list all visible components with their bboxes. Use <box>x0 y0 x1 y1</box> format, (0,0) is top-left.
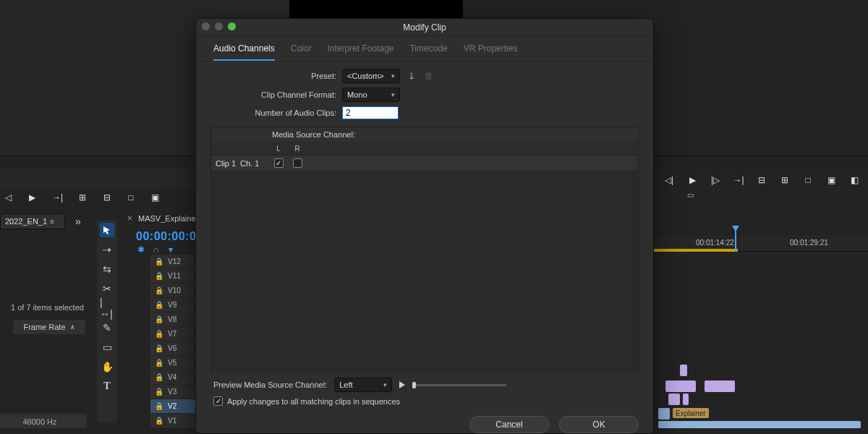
track-header-v12[interactable]: 🔒V12 <box>150 255 195 269</box>
slip-tool[interactable]: |↔| <box>100 301 114 315</box>
project-tab-label: 2022_EN_1 <box>5 217 47 226</box>
window-maximize-icon[interactable] <box>228 22 236 30</box>
track-header-v7[interactable]: 🔒V7 <box>150 327 195 341</box>
channel-l-checkbox[interactable] <box>274 158 284 168</box>
track-header-v3[interactable]: 🔒V3 <box>150 385 195 399</box>
work-area-bar[interactable] <box>654 249 738 252</box>
timeline-timecode[interactable]: 00:00:00:00 <box>136 230 203 243</box>
go-end-icon[interactable]: →| <box>732 174 745 187</box>
lock-icon[interactable]: 🔒 <box>155 388 163 396</box>
lock-icon[interactable]: 🔒 <box>155 402 163 410</box>
project-panel-tab[interactable]: 2022_EN_1 ≡ <box>0 213 65 229</box>
camera-icon[interactable]: □ <box>801 174 814 187</box>
sequence-tab[interactable]: × MASV_Explaine <box>127 213 196 224</box>
lock-icon[interactable]: 🔒 <box>155 417 163 425</box>
video-clip[interactable] <box>658 408 670 420</box>
chevron-down-icon: ▾ <box>391 91 395 98</box>
video-clip[interactable] <box>658 421 861 428</box>
preview-channel-select[interactable]: Left ▾ <box>334 378 392 392</box>
clip-cell: Clip 1 <box>211 159 240 168</box>
video-clip[interactable] <box>680 365 687 376</box>
ok-button[interactable]: OK <box>559 416 639 433</box>
channel-r-checkbox[interactable] <box>293 158 302 168</box>
compare-icon[interactable]: ◧ <box>848 174 861 187</box>
track-header-v2[interactable]: 🔒V2 <box>150 399 195 414</box>
marker-icon[interactable]: ▾ <box>169 244 173 255</box>
window-close-icon[interactable] <box>202 22 210 30</box>
step-back-icon[interactable]: ◁| <box>663 174 676 187</box>
play-icon[interactable]: ▶ <box>28 192 36 203</box>
track-header-v8[interactable]: 🔒V8 <box>150 312 195 327</box>
preview-play-icon[interactable] <box>399 381 405 388</box>
step-fwd-icon[interactable]: |▷ <box>709 174 722 187</box>
lock-icon[interactable]: 🔒 <box>155 258 163 265</box>
preview-scrubber[interactable] <box>412 384 506 386</box>
track-header-v4[interactable]: 🔒V4 <box>150 370 195 385</box>
preview-channel-value: Left <box>339 380 352 389</box>
track-name: V10 <box>168 286 181 294</box>
overwrite-icon[interactable]: ⊟ <box>103 192 111 203</box>
track-name: V2 <box>168 402 176 410</box>
tab-interpret-footage[interactable]: Interpret Footage <box>327 43 393 61</box>
apply-to-all-checkbox[interactable] <box>213 396 223 406</box>
type-tool[interactable]: T <box>100 379 114 393</box>
frame-rate-label: Frame Rate <box>23 323 65 331</box>
preset-select[interactable]: <Custom> ▾ <box>342 69 400 83</box>
camera-icon[interactable]: □ <box>127 192 135 203</box>
lock-icon[interactable]: 🔒 <box>155 373 163 381</box>
play-icon[interactable]: ▶ <box>686 174 699 187</box>
tab-audio-channels[interactable]: Audio Channels <box>213 43 275 61</box>
track-header-v1[interactable]: 🔒V1 <box>150 414 195 428</box>
video-clip[interactable] <box>665 380 696 392</box>
track-header-v10[interactable]: 🔒V10 <box>150 284 195 298</box>
lock-icon[interactable]: 🔒 <box>155 344 163 352</box>
track-select-tool[interactable]: ⇢ <box>100 242 114 257</box>
video-clip[interactable] <box>683 393 689 405</box>
cancel-button[interactable]: Cancel <box>469 416 549 433</box>
clip-channel-format-select[interactable]: Mono ▾ <box>342 88 400 102</box>
selection-tool[interactable] <box>100 223 114 237</box>
lock-icon[interactable]: 🔒 <box>155 272 163 280</box>
frame-back-icon[interactable]: ◁ <box>4 192 12 203</box>
tab-color[interactable]: Color <box>291 43 312 61</box>
track-name: V6 <box>168 344 176 352</box>
transport-sub-icon[interactable]: ▭ <box>687 191 694 199</box>
track-header-v11[interactable]: 🔒V11 <box>150 269 195 284</box>
frame-rate-column-header[interactable]: Frame Rate ∧ <box>13 320 85 334</box>
clip-label[interactable]: Explainer <box>673 408 709 418</box>
export-icon[interactable]: ▣ <box>825 174 838 187</box>
linked-selection-icon[interactable]: ∩ <box>153 244 160 255</box>
window-minimize-icon[interactable] <box>215 22 223 30</box>
apply-row: Apply changes to all matching clips in s… <box>196 393 653 412</box>
track-header-v5[interactable]: 🔒V5 <box>150 356 195 370</box>
pen-tool[interactable]: ✎ <box>100 320 114 335</box>
razor-tool[interactable]: ✂ <box>100 281 114 296</box>
track-header-v9[interactable]: 🔒V9 <box>150 298 195 312</box>
tab-timecode[interactable]: Timecode <box>409 43 447 61</box>
delete-preset-icon[interactable]: 🗑 <box>423 70 435 82</box>
track-header-v6[interactable]: 🔒V6 <box>150 341 195 356</box>
video-clip[interactable] <box>705 380 735 392</box>
hand-tool[interactable]: ✋ <box>100 359 114 374</box>
ripple-edit-tool[interactable]: ⇆ <box>100 262 114 276</box>
panel-overflow-icon[interactable]: » <box>75 216 81 227</box>
frame-fwd-icon[interactable]: →| <box>53 192 63 203</box>
num-clips-input[interactable] <box>342 106 399 119</box>
program-transport: ◁| ▶ |▷ →| ⊟ ⊞ □ ▣ ◧ <box>663 174 861 187</box>
save-preset-icon[interactable]: ⤓ <box>406 70 417 82</box>
extract-icon[interactable]: ⊞ <box>778 174 791 187</box>
video-clip[interactable] <box>668 393 680 405</box>
export-frame-icon[interactable]: ▣ <box>151 192 159 203</box>
lock-icon[interactable]: 🔒 <box>155 301 163 309</box>
lock-icon[interactable]: 🔒 <box>155 359 163 367</box>
tab-vr-properties[interactable]: VR Properties <box>464 43 518 61</box>
playhead[interactable] <box>735 229 736 252</box>
rectangle-tool[interactable]: ▭ <box>100 340 114 354</box>
insert-icon[interactable]: ⊞ <box>79 192 87 203</box>
lift-icon[interactable]: ⊟ <box>755 174 768 187</box>
lock-icon[interactable]: 🔒 <box>155 330 163 338</box>
lock-icon[interactable]: 🔒 <box>155 286 163 294</box>
lock-icon[interactable]: 🔒 <box>155 315 163 323</box>
snap-icon[interactable]: ✱ <box>137 244 145 255</box>
close-icon[interactable]: × <box>127 213 132 224</box>
